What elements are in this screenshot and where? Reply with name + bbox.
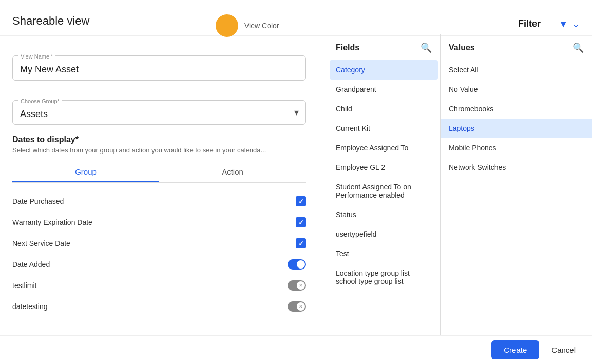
values-column-header: Values 🔍 (441, 34, 592, 60)
field-item-0[interactable]: Category (330, 60, 438, 80)
date-label-3: Date Added (12, 260, 50, 269)
field-item-8[interactable]: usertypefield (328, 224, 440, 244)
cancel-button[interactable]: Cancel (547, 340, 580, 359)
value-item-3[interactable]: Laptops (441, 119, 592, 138)
date-label-5: datetesting (12, 302, 48, 311)
value-item-1[interactable]: No Value (441, 80, 592, 99)
dates-title: Dates to display* (12, 135, 306, 144)
filter-title: Filter (518, 18, 541, 29)
date-label-2: Next Service Date (12, 239, 70, 247)
date-checkbox-1[interactable]: ✓ (296, 217, 306, 227)
date-row-0: Date Purchased ✓ (12, 191, 306, 212)
field-item-10[interactable]: Location type group list school type gro… (328, 263, 440, 291)
field-item-7[interactable]: Status (328, 205, 440, 224)
date-label-4: testlimit (12, 281, 36, 290)
view-name-group: View Name * (12, 46, 306, 81)
filter-chevron-icon[interactable]: ⌄ (572, 18, 580, 30)
vertical-divider (327, 34, 327, 364)
field-item-9[interactable]: Test (328, 244, 440, 263)
date-row-4: testlimit (12, 275, 306, 296)
date-row-3: Date Added (12, 254, 306, 275)
fields-column-header: Fields 🔍 (328, 34, 440, 60)
value-item-2[interactable]: Chromebooks (441, 99, 592, 119)
values-search-button[interactable]: 🔍 (572, 42, 584, 53)
tab-action[interactable]: Action (159, 162, 306, 182)
dates-subtitle: Select which dates from your group and a… (12, 146, 306, 154)
date-label-0: Date Purchased (12, 197, 64, 205)
action-bar: Create Cancel (0, 335, 592, 364)
view-name-label: View Name * (18, 53, 55, 60)
value-item-0[interactable]: Select All (441, 60, 592, 80)
date-toggle-5[interactable] (288, 301, 306, 312)
form-area: View Name * Choose Group* Assets ▾ Dates… (0, 34, 318, 330)
date-checkbox-0[interactable]: ✓ (296, 196, 306, 206)
field-item-5[interactable]: Employee GL 2 (328, 158, 440, 177)
date-checkbox-2[interactable]: ✓ (296, 238, 306, 248)
field-item-1[interactable]: Grandparent (328, 80, 440, 99)
fields-search-button[interactable]: 🔍 (421, 42, 432, 53)
create-button[interactable]: Create (491, 340, 539, 359)
date-row-5: datetesting (12, 296, 306, 317)
tab-group[interactable]: Group (12, 162, 159, 182)
dates-section: Dates to display* Select which dates fro… (12, 135, 306, 317)
field-item-3[interactable]: Current Kit (328, 119, 440, 138)
date-row-2: Next Service Date ✓ (12, 233, 306, 254)
view-name-input[interactable] (12, 55, 306, 81)
values-column: Values 🔍 Select All No Value Chromebooks… (441, 34, 592, 364)
filter-icons: ▼ ⌄ (559, 18, 580, 30)
choose-group-group: Choose Group* Assets ▾ (12, 91, 306, 125)
date-toggle-3[interactable] (288, 259, 306, 270)
values-title: Values (449, 43, 475, 52)
value-item-5[interactable]: Network Switches (441, 158, 592, 177)
field-item-6[interactable]: Student Assigned To on Performance enabl… (328, 177, 440, 205)
field-item-4[interactable]: Employee Assigned To (328, 138, 440, 158)
date-label-1: Warranty Expiration Date (12, 218, 92, 226)
fields-title: Fields (336, 43, 359, 52)
date-row-1: Warranty Expiration Date ✓ (12, 212, 306, 233)
choose-group-label: Choose Group* (18, 98, 62, 104)
date-toggle-4[interactable] (288, 280, 306, 291)
field-item-2[interactable]: Child (328, 99, 440, 119)
tabs-row: Group Action (12, 162, 306, 183)
value-item-4[interactable]: Mobile Phones (441, 138, 592, 158)
fields-search-icon: 🔍 (421, 42, 432, 53)
values-search-icon: 🔍 (572, 42, 584, 53)
filter-panel: Fields 🔍 Category Grandparent Child Curr… (328, 34, 592, 364)
view-color-label: View Color (244, 22, 279, 30)
fields-column: Fields 🔍 Category Grandparent Child Curr… (328, 34, 441, 364)
filter-funnel-icon[interactable]: ▼ (559, 19, 568, 30)
header-row: View Color Filter ▼ ⌄ (0, 7, 592, 36)
